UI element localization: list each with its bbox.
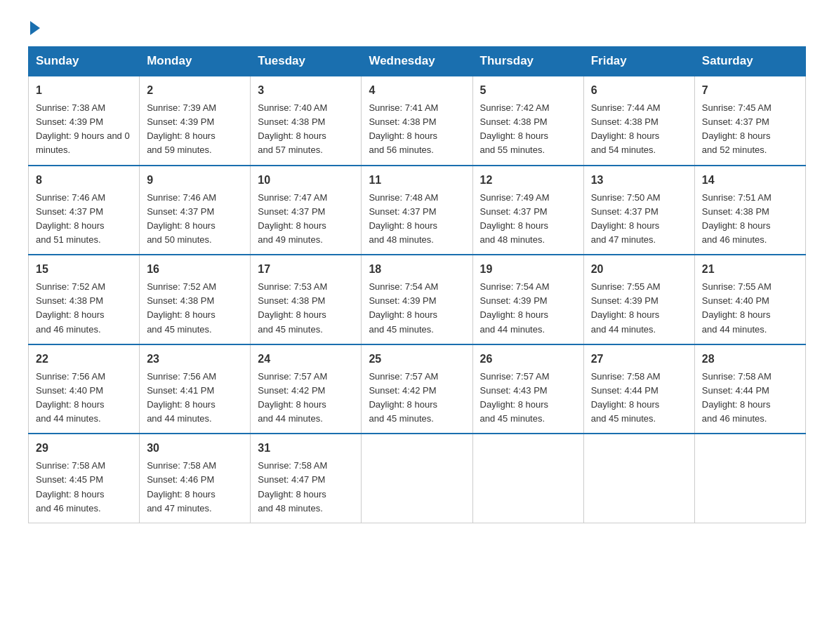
calendar-week-4: 22Sunrise: 7:56 AMSunset: 4:40 PMDayligh…: [29, 344, 806, 434]
calendar-cell: 21Sunrise: 7:55 AMSunset: 4:40 PMDayligh…: [694, 255, 805, 344]
day-info: Sunrise: 7:46 AMSunset: 4:37 PMDaylight:…: [147, 191, 243, 248]
day-number: 24: [258, 351, 354, 368]
day-number: 27: [591, 351, 687, 368]
calendar-cell: 22Sunrise: 7:56 AMSunset: 4:40 PMDayligh…: [29, 344, 140, 434]
day-number: 1: [36, 82, 132, 99]
day-info: Sunrise: 7:40 AMSunset: 4:38 PMDaylight:…: [258, 101, 354, 158]
day-number: 9: [147, 172, 243, 189]
calendar-week-3: 15Sunrise: 7:52 AMSunset: 4:38 PMDayligh…: [29, 255, 806, 344]
day-info: Sunrise: 7:52 AMSunset: 4:38 PMDaylight:…: [36, 280, 132, 337]
day-number: 6: [591, 82, 687, 99]
day-number: 20: [591, 261, 687, 278]
day-info: Sunrise: 7:51 AMSunset: 4:38 PMDaylight:…: [702, 191, 798, 248]
calendar-cell: 23Sunrise: 7:56 AMSunset: 4:41 PMDayligh…: [140, 344, 251, 434]
day-number: 3: [258, 82, 354, 99]
calendar-cell: 27Sunrise: 7:58 AMSunset: 4:44 PMDayligh…: [583, 344, 694, 434]
day-number: 21: [702, 261, 798, 278]
column-header-thursday: Thursday: [472, 47, 583, 76]
day-info: Sunrise: 7:55 AMSunset: 4:40 PMDaylight:…: [702, 280, 798, 337]
column-header-saturday: Saturday: [694, 47, 805, 76]
day-info: Sunrise: 7:58 AMSunset: 4:44 PMDaylight:…: [702, 370, 798, 427]
calendar-week-1: 1Sunrise: 7:38 AMSunset: 4:39 PMDaylight…: [29, 76, 806, 166]
column-header-sunday: Sunday: [29, 47, 140, 76]
day-number: 29: [36, 440, 132, 457]
calendar-cell: 31Sunrise: 7:58 AMSunset: 4:47 PMDayligh…: [251, 434, 362, 523]
calendar-cell: 13Sunrise: 7:50 AMSunset: 4:37 PMDayligh…: [583, 166, 694, 255]
calendar-cell: 15Sunrise: 7:52 AMSunset: 4:38 PMDayligh…: [29, 255, 140, 344]
day-number: 22: [36, 351, 132, 368]
day-info: Sunrise: 7:38 AMSunset: 4:39 PMDaylight:…: [36, 101, 132, 158]
calendar-cell: 26Sunrise: 7:57 AMSunset: 4:43 PMDayligh…: [472, 344, 583, 434]
day-info: Sunrise: 7:58 AMSunset: 4:45 PMDaylight:…: [36, 459, 132, 516]
day-number: 15: [36, 261, 132, 278]
calendar-cell: 5Sunrise: 7:42 AMSunset: 4:38 PMDaylight…: [472, 76, 583, 166]
calendar-cell: 1Sunrise: 7:38 AMSunset: 4:39 PMDaylight…: [29, 76, 140, 166]
calendar-cell: 8Sunrise: 7:46 AMSunset: 4:37 PMDaylight…: [29, 166, 140, 255]
day-number: 30: [147, 440, 243, 457]
column-header-friday: Friday: [583, 47, 694, 76]
calendar-cell: 30Sunrise: 7:58 AMSunset: 4:46 PMDayligh…: [140, 434, 251, 523]
day-info: Sunrise: 7:58 AMSunset: 4:44 PMDaylight:…: [591, 370, 687, 427]
logo-general: [28, 21, 40, 35]
calendar-cell: 11Sunrise: 7:48 AMSunset: 4:37 PMDayligh…: [362, 166, 472, 255]
calendar-cell: 12Sunrise: 7:49 AMSunset: 4:37 PMDayligh…: [472, 166, 583, 255]
day-info: Sunrise: 7:57 AMSunset: 4:42 PMDaylight:…: [369, 370, 465, 427]
day-number: 31: [258, 440, 354, 457]
calendar-cell: 14Sunrise: 7:51 AMSunset: 4:38 PMDayligh…: [694, 166, 805, 255]
calendar-week-5: 29Sunrise: 7:58 AMSunset: 4:45 PMDayligh…: [29, 434, 806, 523]
calendar-header-row: SundayMondayTuesdayWednesdayThursdayFrid…: [29, 47, 806, 76]
day-info: Sunrise: 7:45 AMSunset: 4:37 PMDaylight:…: [702, 101, 798, 158]
day-info: Sunrise: 7:53 AMSunset: 4:38 PMDaylight:…: [258, 280, 354, 337]
day-number: 26: [480, 351, 576, 368]
calendar-cell: [694, 434, 805, 523]
day-info: Sunrise: 7:47 AMSunset: 4:37 PMDaylight:…: [258, 191, 354, 248]
day-info: Sunrise: 7:39 AMSunset: 4:39 PMDaylight:…: [147, 101, 243, 158]
calendar-cell: 20Sunrise: 7:55 AMSunset: 4:39 PMDayligh…: [583, 255, 694, 344]
calendar-cell: 2Sunrise: 7:39 AMSunset: 4:39 PMDaylight…: [140, 76, 251, 166]
day-number: 17: [258, 261, 354, 278]
calendar-cell: 29Sunrise: 7:58 AMSunset: 4:45 PMDayligh…: [29, 434, 140, 523]
day-number: 5: [480, 82, 576, 99]
day-info: Sunrise: 7:44 AMSunset: 4:38 PMDaylight:…: [591, 101, 687, 158]
calendar-cell: 19Sunrise: 7:54 AMSunset: 4:39 PMDayligh…: [472, 255, 583, 344]
column-header-monday: Monday: [140, 47, 251, 76]
calendar-cell: 25Sunrise: 7:57 AMSunset: 4:42 PMDayligh…: [362, 344, 472, 434]
logo-arrow-icon: [30, 21, 40, 35]
day-number: 4: [369, 82, 465, 99]
day-number: 10: [258, 172, 354, 189]
day-info: Sunrise: 7:56 AMSunset: 4:41 PMDaylight:…: [147, 370, 243, 427]
day-info: Sunrise: 7:50 AMSunset: 4:37 PMDaylight:…: [591, 191, 687, 248]
day-number: 23: [147, 351, 243, 368]
calendar-cell: 24Sunrise: 7:57 AMSunset: 4:42 PMDayligh…: [251, 344, 362, 434]
day-info: Sunrise: 7:46 AMSunset: 4:37 PMDaylight:…: [36, 191, 132, 248]
calendar-cell: [583, 434, 694, 523]
column-header-wednesday: Wednesday: [362, 47, 472, 76]
calendar-cell: [362, 434, 472, 523]
day-info: Sunrise: 7:58 AMSunset: 4:47 PMDaylight:…: [258, 459, 354, 516]
calendar-cell: 10Sunrise: 7:47 AMSunset: 4:37 PMDayligh…: [251, 166, 362, 255]
calendar-cell: 7Sunrise: 7:45 AMSunset: 4:37 PMDaylight…: [694, 76, 805, 166]
column-header-tuesday: Tuesday: [251, 47, 362, 76]
calendar-cell: 9Sunrise: 7:46 AMSunset: 4:37 PMDaylight…: [140, 166, 251, 255]
day-info: Sunrise: 7:48 AMSunset: 4:37 PMDaylight:…: [369, 191, 465, 248]
calendar-table: SundayMondayTuesdayWednesdayThursdayFrid…: [28, 46, 806, 523]
calendar-cell: 28Sunrise: 7:58 AMSunset: 4:44 PMDayligh…: [694, 344, 805, 434]
day-number: 19: [480, 261, 576, 278]
day-number: 18: [369, 261, 465, 278]
calendar-cell: 4Sunrise: 7:41 AMSunset: 4:38 PMDaylight…: [362, 76, 472, 166]
calendar-cell: 17Sunrise: 7:53 AMSunset: 4:38 PMDayligh…: [251, 255, 362, 344]
day-info: Sunrise: 7:55 AMSunset: 4:39 PMDaylight:…: [591, 280, 687, 337]
day-number: 11: [369, 172, 465, 189]
day-info: Sunrise: 7:57 AMSunset: 4:43 PMDaylight:…: [480, 370, 576, 427]
day-number: 25: [369, 351, 465, 368]
calendar-cell: [472, 434, 583, 523]
day-number: 13: [591, 172, 687, 189]
day-info: Sunrise: 7:54 AMSunset: 4:39 PMDaylight:…: [369, 280, 465, 337]
logo: [28, 21, 40, 32]
day-number: 14: [702, 172, 798, 189]
day-number: 16: [147, 261, 243, 278]
day-number: 8: [36, 172, 132, 189]
day-info: Sunrise: 7:56 AMSunset: 4:40 PMDaylight:…: [36, 370, 132, 427]
calendar-week-2: 8Sunrise: 7:46 AMSunset: 4:37 PMDaylight…: [29, 166, 806, 255]
calendar-cell: 18Sunrise: 7:54 AMSunset: 4:39 PMDayligh…: [362, 255, 472, 344]
